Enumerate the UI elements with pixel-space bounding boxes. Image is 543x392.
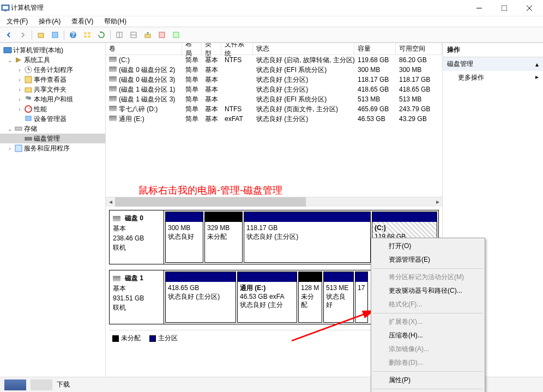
disk-1-info[interactable]: 磁盘 1 基本 931.51 GB 联机 (110, 270, 164, 324)
tb-btn-1[interactable] (113, 29, 126, 41)
table-row[interactable]: (磁盘 0 磁盘分区 3)简单基本状态良好 (主分区)118.17 GB118.… (106, 75, 442, 85)
svg-rect-4 (502, 5, 507, 11)
up-button[interactable] (34, 29, 47, 41)
table-row[interactable]: (磁盘 1 磁盘分区 1)简单基本状态良好 (主分区)418.65 GB418.… (106, 85, 442, 94)
ctx-shrink[interactable]: 压缩卷(H)... (372, 329, 484, 342)
taskbar-thumb[interactable] (4, 379, 26, 390)
actions-header: 操作 (443, 43, 543, 57)
menu-view[interactable]: 查看(V) (69, 17, 95, 26)
ctx-open[interactable]: 打开(O) (372, 239, 484, 253)
svg-rect-33 (15, 127, 22, 130)
actions-more[interactable]: 更多操作 ▸ (443, 71, 543, 85)
window-title: 计算机管理 (10, 3, 467, 13)
refresh-button[interactable] (95, 29, 108, 41)
menu-file[interactable]: 文件(F) (4, 17, 30, 26)
svg-rect-8 (52, 32, 58, 38)
svg-rect-32 (26, 116, 31, 120)
disk0-part3[interactable]: 118.17 GB状态良好 (主分区) (244, 212, 371, 263)
svg-rect-19 (145, 34, 150, 38)
disk1-part2-e[interactable]: 通用 (E:)46.53 GB exFA状态良好 (主分 (237, 272, 297, 323)
tree-local-users[interactable]: › 本地用户和组 (0, 94, 105, 104)
volume-table: 卷 布局 类型 文件系统 状态 容量 可用空间 (C:)简单基本NTFS状态良好… (106, 43, 442, 207)
tree-performance[interactable]: › 性能 (0, 104, 105, 114)
table-row[interactable]: (磁盘 0 磁盘分区 2)简单基本状态良好 (EFI 系统分区)300 MB30… (106, 65, 442, 75)
tree-shared-folders[interactable]: › 共享文件夹 (0, 85, 105, 94)
drive-icon (113, 276, 120, 281)
maximize-button[interactable] (492, 0, 517, 16)
legend-primary-swatch (149, 335, 156, 342)
svg-rect-35 (15, 145, 22, 152)
svg-rect-1 (3, 6, 8, 9)
scroll-left-icon[interactable]: ◂ (106, 197, 115, 207)
tb-btn-5[interactable] (170, 29, 183, 41)
menubar: 文件(F) 操作(A) 查看(V) 帮助(H) (0, 16, 543, 27)
minimize-button[interactable] (467, 0, 492, 16)
forward-button[interactable] (16, 29, 29, 41)
taskbar-download-label[interactable]: 下载 (57, 380, 70, 389)
tb-btn-4[interactable] (155, 29, 168, 41)
taskbar-thumb[interactable] (31, 379, 52, 390)
svg-rect-7 (38, 33, 44, 38)
menu-action[interactable]: 操作(A) (37, 17, 63, 26)
ctx-mark-active: 将分区标记为活动分区(M) (372, 270, 484, 284)
disk1-part4[interactable]: 513 ME状态良好 (323, 272, 354, 323)
tree-panel: 计算机管理(本地) ⌄ 系统工具 › 任务计划程序 › 事件查看器 › 共享文件… (0, 43, 106, 392)
back-button[interactable] (2, 29, 15, 41)
tree-task-scheduler[interactable]: › 任务计划程序 (0, 65, 105, 75)
table-row[interactable]: (磁盘 1 磁盘分区 3)简单基本状态良好 (EFI 系统分区)513 MB51… (106, 94, 442, 104)
scroll-right-icon[interactable]: ▸ (433, 197, 442, 207)
svg-rect-12 (88, 32, 90, 34)
tree-event-viewer[interactable]: › 事件查看器 (0, 75, 105, 85)
disk1-part5[interactable]: 17 (355, 272, 368, 323)
ctx-change-letter[interactable]: 更改驱动器号和路径(C)... (372, 284, 484, 298)
svg-rect-13 (84, 35, 87, 38)
svg-rect-27 (25, 88, 32, 92)
scrollbar-thumb[interactable] (115, 197, 306, 207)
ctx-mirror: 添加镜像(A)... (372, 342, 484, 356)
col-layout[interactable]: 布局 (182, 43, 202, 55)
svg-rect-2 (4, 10, 7, 11)
disk-0-info[interactable]: 磁盘 0 基本 238.46 GB 联机 (110, 210, 164, 264)
disk0-part1[interactable]: 300 MB状态良好 (165, 212, 203, 263)
svg-rect-21 (173, 32, 179, 38)
svg-rect-20 (159, 32, 165, 38)
tb-btn-3[interactable] (141, 29, 154, 41)
horizontal-scrollbar[interactable]: ◂ ▸ (106, 197, 442, 206)
ctx-explorer[interactable]: 资源管理器(E) (372, 253, 484, 267)
svg-line-31 (28, 107, 31, 109)
properties-button[interactable] (49, 29, 62, 41)
col-fs[interactable]: 文件系统 (221, 43, 253, 55)
disk1-part1[interactable]: 418.65 GB状态良好 (主分区) (165, 272, 236, 323)
svg-point-29 (28, 97, 31, 100)
col-type[interactable]: 类型 (202, 43, 221, 55)
svg-rect-14 (88, 35, 90, 38)
collapse-icon: ▴ (535, 61, 539, 68)
tree-disk-management[interactable]: 磁盘管理 (0, 134, 105, 143)
tree-storage[interactable]: ⌄ 存储 (0, 124, 105, 134)
menu-help[interactable]: 帮助(H) (102, 17, 129, 26)
table-row[interactable]: (C:)简单基本NTFS状态良好 (启动, 故障转储, 主分区)119.68 G… (106, 55, 442, 65)
ctx-properties[interactable]: 属性(P) (372, 373, 484, 387)
annotation-text: 鼠标右击我的电脑-管理-磁盘管理 (106, 156, 442, 197)
tree-root[interactable]: 计算机管理(本地) (0, 45, 105, 55)
help-button[interactable]: ? (67, 29, 80, 41)
tree-expand-icon[interactable]: › (16, 67, 23, 73)
col-volume[interactable]: 卷 (106, 43, 182, 55)
disk0-part2[interactable]: 329 MB未分配 (204, 212, 243, 263)
actions-group-disk-mgmt[interactable]: 磁盘管理 ▴ (443, 57, 543, 71)
close-button[interactable] (517, 0, 542, 16)
svg-rect-26 (25, 76, 32, 83)
disk1-part3[interactable]: 128 M未分配 (298, 272, 322, 323)
col-free[interactable]: 可用空间 (396, 43, 442, 55)
col-capacity[interactable]: 容量 (354, 43, 396, 55)
tree-toggle-icon[interactable]: ⌄ (7, 57, 13, 63)
col-status[interactable]: 状态 (253, 43, 354, 55)
tree-device-manager[interactable]: 设备管理器 (0, 114, 105, 124)
tb-btn-2[interactable] (127, 29, 140, 41)
table-row[interactable]: 通用 (E:)简单基本exFAT状态良好 (主分区)46.53 GB43.29 … (106, 114, 442, 124)
app-icon (1, 4, 10, 13)
table-row[interactable]: 零七八碎 (D:)简单基本NTFS状态良好 (页面文件, 主分区)465.69 … (106, 104, 442, 114)
view-button[interactable] (81, 29, 94, 41)
tree-system-tools[interactable]: ⌄ 系统工具 (0, 55, 105, 65)
tree-services[interactable]: › 服务和应用程序 (0, 143, 105, 153)
